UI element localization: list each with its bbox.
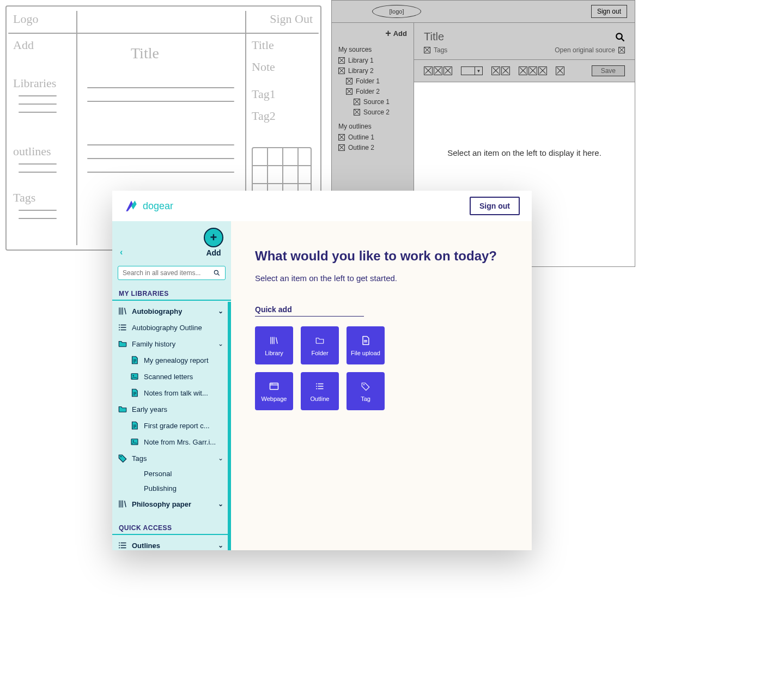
svg-line-1 [621,38,624,41]
sidebar-item[interactable]: Family history⌄ [112,336,231,352]
sketch-logo: Logo [13,12,38,26]
logo-icon [124,199,138,213]
svg-point-0 [616,33,622,39]
wf-topbar: [logo] Sign out [332,1,635,22]
mylibraries-heading: MY LIBRARIES [112,283,231,301]
sidebar-item-label: Early years [132,405,167,414]
wf-toolbar: ▼ Save [414,59,635,82]
webpage-icon [269,380,279,392]
sidebar-item-label: Family history [132,340,175,348]
svg-point-27 [119,543,120,544]
svg-point-28 [119,545,120,546]
image-icon [130,372,139,381]
doc-icon [130,388,139,398]
tag-icon [118,453,127,463]
back-button[interactable]: ‹ [120,247,123,257]
sidebar-item[interactable]: Outlines⌄ [112,537,231,550]
placeholder-icon [618,47,625,53]
toolbar-icon[interactable] [491,66,500,75]
placeholder-icon [354,99,360,105]
main-headline: What would you like to work on today? [255,248,508,264]
search-input[interactable] [123,269,213,277]
file-icon [360,335,371,346]
sidebar-item[interactable]: Notes from talk wit... [112,385,231,401]
library-icon [118,306,127,316]
toolbar-icon[interactable] [434,66,442,75]
toolbar-icon[interactable] [443,66,452,75]
wf-item[interactable]: Folder 1 [346,77,407,85]
toolbar-icon[interactable] [519,66,527,75]
wf-item[interactable]: Folder 2 [346,88,407,95]
sidebar-item[interactable]: My genealogy report [112,352,231,368]
add-label: Add [206,248,221,257]
wf-add-label: Add [393,29,407,38]
sidebar-item[interactable]: Philosophy paper⌄ [112,496,231,512]
svg-point-29 [119,548,120,549]
wf-item[interactable]: Source 2 [354,108,407,116]
wf-tags[interactable]: Tags [424,46,447,54]
sidebar-item[interactable]: Autobiography Outline [112,319,231,336]
sidebar-item[interactable]: Note from Mrs. Garr.i... [112,434,231,450]
sidebar-item[interactable]: Publishing [112,481,231,496]
svg-point-34 [271,384,271,384]
quickadd-folder-tile[interactable]: Folder [301,326,339,364]
search-input-container[interactable] [118,266,226,280]
wf-title: Title [424,31,444,43]
svg-point-8 [119,327,120,328]
search-icon[interactable] [615,32,625,42]
sidebar-item-label: Tags [132,454,147,463]
svg-point-42 [363,384,364,385]
wf-signout-button[interactable]: Sign out [591,5,627,18]
sidebar-item[interactable]: Personal [112,466,231,481]
sketch-tags: Tags [13,191,35,205]
sidebar-item[interactable]: Autobiography⌄ [112,303,231,319]
toolbar-icon[interactable] [424,66,433,75]
sketch-side-tag2: Tag2 [252,109,276,123]
quickadd-file-tile[interactable]: File upload [347,326,385,364]
quickadd-library-tile[interactable]: Library [255,326,293,364]
quickadd-label: Outline [311,396,330,402]
wf-item[interactable]: Outline 2 [338,144,407,151]
wf-open-original[interactable]: Open original source [555,46,625,54]
wf-add-button[interactable]: + Add [338,28,407,38]
brand-name: dogear [143,200,173,212]
sidebar-item-label: My genealogy report [144,356,209,364]
add-button[interactable]: + [204,228,223,247]
sidebar-item[interactable]: Early years [112,401,231,417]
quickadd-label: Folder [311,350,328,356]
sketch-side-title: Title [252,38,274,52]
save-button[interactable]: Save [592,65,625,76]
chevron-down-icon: ⌄ [218,542,223,549]
quickadd-outline-tile[interactable]: Outline [301,372,339,410]
wf-item[interactable]: Library 2 [338,67,407,75]
quickadd-webpage-tile[interactable]: Webpage [255,372,293,410]
sidebar-item[interactable]: Tags⌄ [112,450,231,466]
sidebar-item-label: Publishing [144,484,177,493]
sidebar-item[interactable]: First grade report c... [112,417,231,434]
wf-item[interactable]: Library 1 [338,57,407,64]
quickadd-label: Tag [361,396,370,402]
svg-point-40 [316,386,317,387]
toolbar-select[interactable]: ▼ [461,66,483,75]
placeholder-icon [346,88,353,95]
plus-icon: + [385,28,391,38]
wf-item[interactable]: Source 1 [354,98,407,106]
library-icon [269,335,279,346]
outline-icon [315,380,325,392]
sidebar-item[interactable]: Scanned letters [112,368,231,385]
toolbar-icon[interactable] [528,66,537,75]
signout-button[interactable]: Sign out [470,197,520,215]
sketch-outlines: outlines [13,144,51,159]
toolbar-icon[interactable] [501,66,510,75]
quickadd-tag-tile[interactable]: Tag [347,372,385,410]
wf-logo: [logo] [372,5,421,18]
search-icon [213,269,221,277]
folder-icon [118,339,127,349]
sidebar-item-label: First grade report c... [144,422,210,430]
image-icon [130,437,139,447]
toolbar-icon[interactable] [556,66,564,75]
toolbar-icon[interactable] [538,66,547,75]
wf-item[interactable]: Outline 1 [338,133,407,141]
sidebar-item-label: Scanned letters [144,373,193,381]
doc-icon [130,355,139,365]
